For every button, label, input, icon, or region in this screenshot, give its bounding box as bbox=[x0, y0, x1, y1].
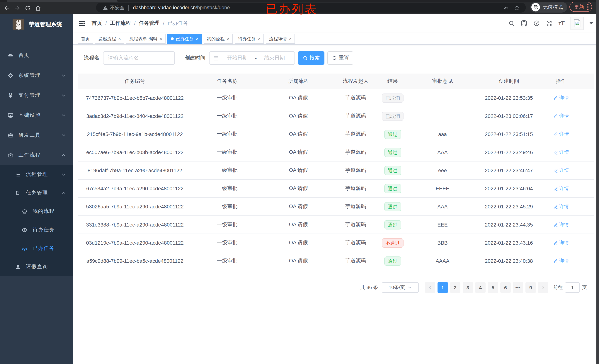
sidebar-item-9[interactable]: 待办任务 bbox=[0, 221, 73, 239]
detail-link[interactable]: 详情 bbox=[553, 185, 569, 192]
detail-link[interactable]: 详情 bbox=[553, 221, 569, 228]
cell-process: OA 请假 bbox=[262, 149, 335, 156]
sidebar-item-10[interactable]: 已办任务 bbox=[0, 239, 73, 257]
page-button-4[interactable]: 4 bbox=[475, 282, 485, 293]
page-button-9[interactable]: 9 bbox=[526, 282, 536, 293]
sidebar-item-4[interactable]: 研发工具 bbox=[0, 125, 73, 145]
avatar[interactable] bbox=[571, 17, 583, 30]
sidebar-fold-icon[interactable] bbox=[78, 20, 85, 27]
tab-2[interactable]: 流程表单-编辑× bbox=[126, 34, 166, 44]
column-header-1: 任务名称 bbox=[192, 78, 262, 84]
breadcrumb-item-2[interactable]: 任务管理 bbox=[139, 20, 160, 27]
tab-1[interactable]: 发起流程× bbox=[95, 34, 124, 44]
browser-active-tab[interactable] bbox=[7, 0, 117, 2]
tab-5[interactable]: 待办任务× bbox=[235, 34, 264, 44]
page-button-3[interactable]: 3 bbox=[463, 282, 473, 293]
cell-comment: AAAA bbox=[408, 258, 477, 264]
result-badge: 不通过 bbox=[382, 238, 404, 248]
process-name-input[interactable]: 请输入流程名 bbox=[103, 51, 175, 65]
table-row: 53026aa5-7b9a-11ec-a290-acde48001122一级审批… bbox=[78, 198, 594, 216]
tab-close-icon[interactable]: × bbox=[118, 36, 121, 41]
sidebar-item-8[interactable]: 我的流程 bbox=[0, 202, 73, 221]
sidebar-item-0[interactable]: 首页 bbox=[0, 45, 73, 65]
sidebar: 芋道管理系统 首页系统管理¥支付管理基础设施研发工具工作流程流程管理任务管理我的… bbox=[0, 14, 73, 364]
sidebar-item-1[interactable]: 系统管理 bbox=[0, 65, 73, 85]
reload-icon[interactable] bbox=[24, 5, 31, 11]
page-url[interactable]: dashboard.yudao.iocoder.cn/bpm/task/done bbox=[133, 5, 230, 10]
breadcrumb-separator: / bbox=[134, 20, 136, 26]
font-size-icon[interactable]: TT bbox=[559, 20, 565, 26]
back-icon[interactable] bbox=[4, 5, 10, 11]
tab-close-icon[interactable]: × bbox=[196, 36, 198, 41]
sidebar-item-2[interactable]: ¥支付管理 bbox=[0, 85, 73, 105]
pagination-more-button[interactable]: ••• bbox=[513, 282, 523, 293]
sidebar-logo[interactable]: 芋道管理系统 bbox=[0, 14, 73, 35]
tab-4[interactable]: 我的流程× bbox=[204, 34, 233, 44]
detail-link[interactable]: 详情 bbox=[553, 113, 569, 119]
bookmark-star-icon[interactable] bbox=[514, 5, 520, 10]
sidebar-item-11[interactable]: 请假查询 bbox=[0, 257, 73, 276]
breadcrumb-item-1[interactable]: 工作流程 bbox=[110, 20, 131, 27]
range-separator: - bbox=[255, 55, 257, 61]
home-icon[interactable] bbox=[35, 5, 41, 11]
tab-close-icon[interactable]: × bbox=[289, 36, 291, 41]
tab-3[interactable]: 已办任务× bbox=[167, 34, 202, 44]
prev-page-button[interactable] bbox=[425, 282, 435, 293]
cell-task-name: 一级审批 bbox=[192, 240, 262, 246]
edit-icon bbox=[553, 204, 558, 209]
tab-6[interactable]: 流程详情× bbox=[266, 34, 295, 44]
page-button-2[interactable]: 2 bbox=[450, 282, 460, 293]
help-icon[interactable] bbox=[533, 20, 540, 27]
page-button-5[interactable]: 5 bbox=[488, 282, 498, 293]
reset-button[interactable]: 重置 bbox=[327, 51, 353, 65]
sidebar-item-label: 请假查询 bbox=[26, 264, 48, 270]
tab-close-icon[interactable]: × bbox=[258, 36, 261, 41]
detail-link[interactable]: 详情 bbox=[553, 257, 569, 264]
detail-link[interactable]: 详情 bbox=[553, 167, 569, 174]
tab-0[interactable]: 首页 bbox=[78, 34, 93, 44]
search-button[interactable]: 搜索 bbox=[298, 51, 325, 65]
cell-process: OA 请假 bbox=[262, 113, 335, 119]
page-size-select[interactable]: 10条/页 bbox=[382, 282, 419, 293]
sidebar-item-6[interactable]: 流程管理 bbox=[0, 165, 73, 184]
sidebar-item-7[interactable]: 任务管理 bbox=[0, 184, 73, 202]
detail-link[interactable]: 详情 bbox=[553, 131, 569, 137]
goto-page-input[interactable]: 1 bbox=[565, 282, 580, 293]
briefcase-icon bbox=[7, 152, 14, 158]
detail-link[interactable]: 详情 bbox=[553, 95, 569, 101]
detail-link[interactable]: 详情 bbox=[553, 203, 569, 210]
detail-label: 详情 bbox=[559, 257, 569, 264]
key-icon[interactable] bbox=[503, 5, 509, 10]
detail-link[interactable]: 详情 bbox=[553, 240, 569, 246]
column-header-3: 流程发起人 bbox=[335, 78, 377, 84]
browser-scrollbar[interactable] bbox=[596, 0, 599, 364]
github-icon[interactable] bbox=[521, 20, 528, 27]
page-button-1[interactable]: 1 bbox=[438, 282, 448, 293]
search-icon[interactable] bbox=[508, 20, 515, 27]
detail-label: 详情 bbox=[559, 221, 569, 228]
browser-menu-dots-icon bbox=[587, 4, 589, 10]
sidebar-item-5[interactable]: 工作流程 bbox=[0, 145, 73, 165]
fullscreen-icon[interactable] bbox=[546, 20, 553, 27]
start-date-placeholder[interactable]: 开始日期 bbox=[220, 55, 255, 61]
breadcrumb: 首页/工作流程/任务管理/已办任务 bbox=[92, 14, 188, 33]
security-label[interactable]: 不安全 bbox=[110, 4, 124, 11]
cell-actions: 详情 bbox=[541, 216, 594, 234]
avatar-caret-down-icon[interactable] bbox=[589, 22, 593, 24]
detail-link[interactable]: 详情 bbox=[553, 149, 569, 156]
sidebar-item-3[interactable]: 基础设施 bbox=[0, 105, 73, 125]
page-button-6[interactable]: 6 bbox=[500, 282, 511, 293]
select-caret-icon bbox=[408, 286, 412, 289]
tab-close-icon[interactable]: × bbox=[160, 36, 162, 41]
date-range-picker[interactable]: 开始日期 - 结束日期 bbox=[209, 51, 295, 65]
breadcrumb-item-0[interactable]: 首页 bbox=[92, 20, 102, 27]
robot-icon bbox=[21, 208, 28, 214]
forward-icon[interactable] bbox=[14, 5, 21, 11]
cell-comment: eee bbox=[408, 167, 477, 173]
cell-created: 2022-01-22 23:44:35 bbox=[477, 222, 541, 228]
next-page-button[interactable] bbox=[538, 282, 548, 293]
update-menu-button[interactable]: 更新 bbox=[569, 2, 592, 12]
tab-close-icon[interactable]: × bbox=[227, 36, 229, 41]
cell-task-id: 74736737-7b9b-11ec-b5b7-acde48001122 bbox=[78, 95, 192, 101]
end-date-placeholder[interactable]: 结束日期 bbox=[257, 55, 291, 61]
